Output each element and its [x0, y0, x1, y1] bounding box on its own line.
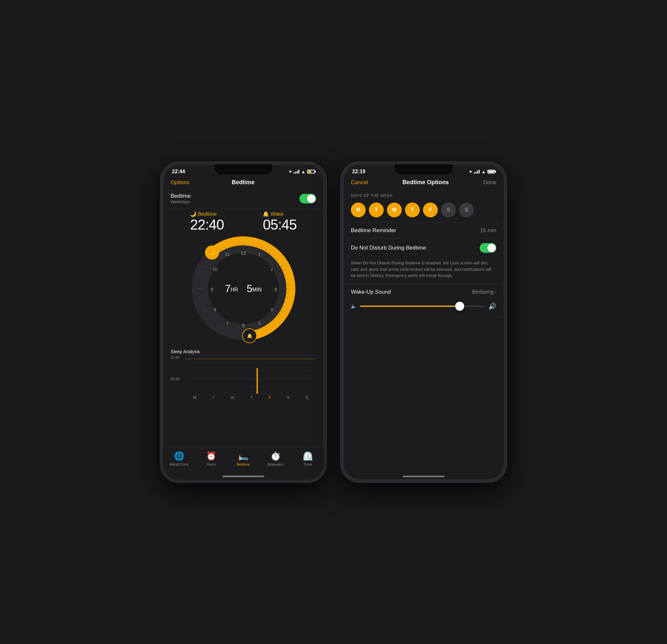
tab-world-clock-label: World Clock [169, 462, 188, 466]
phone2-frame: 22:19 ➤ ▲ Cancel Bedtime Options Done DA… [340, 161, 507, 483]
status-icons-2: ➤ ▲ [469, 169, 495, 174]
chart-area [185, 355, 316, 394]
svg-text:6: 6 [242, 323, 245, 328]
svg-text:7: 7 [226, 321, 228, 326]
wake-sound-row[interactable]: Wake-Up Sound Birdsong › [343, 284, 504, 300]
day-T1[interactable]: T [369, 203, 384, 218]
day-S2[interactable]: S [459, 203, 474, 218]
clock-dial[interactable]: 12 3 6 9 1 2 4 5 7 8 10 11 🌙 🔔 [189, 234, 298, 343]
chart-end-time: 05:45 [170, 377, 180, 381]
done-button[interactable]: Done [483, 179, 497, 186]
chart-day-w: W [230, 396, 234, 400]
phone2-navbar: Cancel Bedtime Options Done [343, 176, 504, 190]
svg-text:🌙: 🌙 [209, 249, 215, 255]
days-row: M T W T F S S [343, 200, 504, 223]
chart-day-m: M [193, 396, 196, 400]
chevron-right-icon: › [495, 289, 497, 295]
chart-start-time: 22:40 [170, 355, 180, 359]
wake-value: 05:45 [263, 217, 296, 232]
min-label: MIN [253, 287, 262, 292]
sleep-analysis-title: Sleep Analysis [170, 349, 316, 354]
notch [214, 164, 272, 175]
bedtime-info: Bedtime Weekdays [170, 193, 191, 204]
tab-alarm[interactable]: ⏰ Alarm [195, 451, 227, 466]
volume-knob[interactable] [455, 302, 464, 311]
location-icon: ➤ [289, 170, 292, 174]
bedtime-reminder-row[interactable]: Bedtime Reminder 15 min [343, 223, 504, 238]
cancel-button[interactable]: Cancel [351, 179, 368, 186]
phone1-frame: 22:44 ➤ ▲ Options Bedtime Bedtime Weekda… [160, 161, 327, 483]
day-M[interactable]: M [351, 203, 366, 218]
battery-fill [308, 171, 311, 173]
globe-icon: 🌐 [174, 451, 184, 461]
svg-line-38 [239, 333, 239, 334]
bedtime-reminder-label: Bedtime Reminder [351, 227, 396, 234]
options-button[interactable]: Options [170, 179, 190, 186]
svg-text:2: 2 [271, 267, 273, 272]
chart-hlines [185, 355, 316, 394]
svg-line-14 [248, 243, 248, 245]
day-W[interactable]: W [387, 203, 402, 218]
svg-text:11: 11 [225, 252, 229, 257]
toggle-knob [307, 194, 315, 203]
svg-text:10: 10 [213, 267, 217, 272]
dnd-toggle[interactable] [479, 243, 497, 253]
tab-world-clock[interactable]: 🌐 World Clock [163, 451, 195, 466]
svg-text:4: 4 [271, 307, 273, 312]
status-time-2: 22:19 [352, 169, 365, 175]
day-T2[interactable]: T [405, 203, 420, 218]
home-indicator-1 [223, 476, 264, 477]
battery-fill-2 [488, 171, 494, 173]
day-S1[interactable]: S [441, 203, 456, 218]
notch-2 [395, 164, 453, 175]
tab-bedtime[interactable]: 🛏️ Bedtime [227, 451, 259, 466]
bell-icon: 🔔 [263, 211, 269, 217]
page-title-2: Bedtime Options [402, 179, 449, 186]
chart-day-s1: S [287, 396, 289, 400]
volume-fill [360, 306, 460, 307]
signal-bar-4 [298, 170, 299, 174]
page-title: Bedtime [232, 179, 255, 186]
volume-slider-row: 🔈 🔊 [343, 300, 504, 317]
svg-line-26 [287, 293, 289, 294]
bedtime-toggle[interactable] [299, 194, 316, 204]
chart-days: M T W T F S S [185, 394, 316, 400]
svg-text:3: 3 [274, 287, 277, 292]
bed-icon: 🛏️ [238, 451, 248, 461]
tab-timer-label: Timer [303, 462, 312, 466]
signal-bar-21 [474, 172, 475, 174]
time-labels: 🌙 Bedtime 22:40 🔔 Wake 05:45 [170, 211, 316, 232]
mins-value: 5 [247, 283, 253, 294]
tab-alarm-label: Alarm [207, 462, 216, 466]
svg-text:🔔: 🔔 [247, 333, 253, 339]
status-icons-1: ➤ ▲ [289, 169, 315, 174]
phone1-navbar: Options Bedtime [163, 176, 324, 189]
hline-6 [185, 394, 316, 394]
svg-line-49 [198, 293, 199, 294]
hline-4 [185, 379, 316, 379]
duration-text: 7HR 5MIN [225, 283, 262, 295]
tab-stopwatch[interactable]: ⏱️ Stopwatch [259, 451, 292, 466]
bedtime-toggle-row: Bedtime Weekdays [163, 189, 324, 208]
tab-timer[interactable]: ⏲️ Timer [292, 451, 324, 466]
sleep-top-line [185, 359, 316, 359]
wake-sound-value: Birdsong › [472, 289, 497, 295]
wake-icon-label: 🔔 Wake [263, 211, 296, 217]
dnd-description: When Do Not Disturb During Bedtime is en… [343, 257, 504, 284]
sleep-bar [257, 368, 258, 394]
bedtime-sublabel: Weekdays [170, 199, 191, 204]
hline-2 [185, 363, 316, 364]
tab-bedtime-label: Bedtime [237, 462, 250, 466]
hr-label: HR [230, 287, 238, 292]
days-section-header: DAYS OF THE WEEK [343, 190, 504, 200]
volume-track[interactable] [360, 306, 485, 307]
sleep-chart: 22:40 05:45 [170, 355, 316, 394]
chart-labels: 22:40 05:45 [170, 355, 180, 381]
svg-text:8: 8 [214, 307, 216, 312]
chart-day-t2: T [250, 396, 253, 400]
svg-text:1: 1 [258, 252, 260, 257]
day-F[interactable]: F [423, 203, 438, 218]
signal-bars-2 [474, 170, 479, 174]
bedtime-value: 22:40 [190, 217, 224, 232]
wifi-icon: ▲ [301, 169, 306, 174]
